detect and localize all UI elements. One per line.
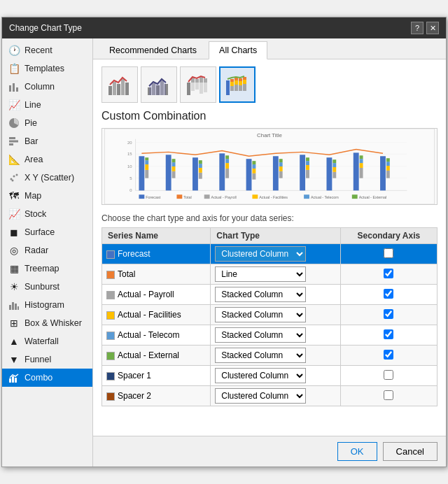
chart-type-select[interactable]: Clustered ColumnStacked ColumnLineAreaSc… bbox=[215, 246, 306, 262]
secondary-axis-cell[interactable] bbox=[340, 325, 437, 346]
sidebar-item-xy[interactable]: X Y (Scatter) bbox=[2, 169, 92, 187]
svg-rect-32 bbox=[195, 79, 199, 83]
chart-type-select[interactable]: Clustered ColumnStacked ColumnLineAreaSc… bbox=[215, 287, 306, 302]
svg-rect-90 bbox=[279, 166, 283, 171]
svg-rect-108 bbox=[380, 156, 386, 190]
table-row[interactable]: Spacer 1Clustered ColumnStacked ColumnLi… bbox=[102, 366, 438, 386]
sidebar-item-histogram[interactable]: Histogram bbox=[2, 296, 92, 314]
chart-type-cell[interactable]: Clustered ColumnStacked ColumnLineAreaSc… bbox=[211, 325, 340, 346]
svg-text:Actual - External: Actual - External bbox=[359, 195, 387, 199]
svg-rect-0 bbox=[9, 85, 11, 92]
svg-rect-80 bbox=[225, 163, 229, 169]
secondary-axis-cell[interactable] bbox=[340, 366, 437, 386]
chart-type-select[interactable]: Clustered ColumnStacked ColumnLineAreaSc… bbox=[215, 307, 306, 322]
combo-type-4-button[interactable] bbox=[219, 66, 255, 103]
chart-type-cell[interactable]: Clustered ColumnStacked ColumnLineAreaSc… bbox=[211, 366, 340, 386]
secondary-axis-checkbox[interactable] bbox=[384, 309, 393, 319]
bottom-bar: OK Cancel bbox=[93, 436, 446, 467]
chart-type-select[interactable]: Clustered ColumnStacked ColumnLineAreaSc… bbox=[215, 388, 306, 404]
radar-icon: ◎ bbox=[8, 244, 20, 257]
svg-rect-110 bbox=[386, 166, 390, 171]
sidebar-item-combo[interactable]: Combo bbox=[2, 369, 92, 387]
sidebar-item-sunburst[interactable]: ☀ Sunburst bbox=[2, 278, 92, 296]
svg-rect-79 bbox=[225, 169, 229, 178]
secondary-axis-checkbox[interactable] bbox=[384, 289, 393, 299]
sidebar-label-stock: Stock bbox=[24, 209, 46, 219]
series-name-cell: Actual - Telecom bbox=[102, 325, 211, 346]
chart-type-cell[interactable]: Clustered ColumnStacked ColumnLineAreaSc… bbox=[211, 305, 340, 325]
sidebar-item-stock[interactable]: 📈 Stock bbox=[2, 205, 92, 223]
svg-rect-4 bbox=[9, 137, 15, 139]
sidebar-item-recent[interactable]: 🕐 Recent bbox=[2, 41, 92, 59]
secondary-axis-cell[interactable] bbox=[340, 244, 437, 264]
svg-rect-119 bbox=[252, 194, 258, 199]
chart-type-cell[interactable]: Clustered ColumnStacked ColumnLineAreaSc… bbox=[211, 244, 340, 264]
sidebar-item-treemap[interactable]: ▦ Treemap bbox=[2, 259, 92, 278]
svg-rect-1 bbox=[13, 83, 15, 92]
svg-rect-82 bbox=[225, 155, 229, 159]
column-icon bbox=[8, 80, 20, 93]
table-row[interactable]: TotalClustered ColumnStacked ColumnLineA… bbox=[102, 264, 438, 285]
ok-button[interactable]: OK bbox=[337, 442, 377, 461]
svg-rect-31 bbox=[195, 83, 199, 90]
secondary-axis-cell[interactable] bbox=[340, 264, 437, 285]
sidebar-label-line: Line bbox=[24, 100, 41, 110]
secondary-axis-checkbox[interactable] bbox=[384, 370, 393, 380]
svg-rect-18 bbox=[108, 86, 112, 95]
sidebar-item-area[interactable]: 📐 Area bbox=[2, 150, 92, 169]
svg-text:10: 10 bbox=[127, 164, 132, 169]
chart-type-cell[interactable]: Clustered ColumnStacked ColumnLineAreaSc… bbox=[211, 346, 340, 366]
svg-rect-98 bbox=[326, 157, 332, 190]
secondary-axis-checkbox[interactable] bbox=[384, 248, 393, 258]
chart-type-cell[interactable]: Clustered ColumnStacked ColumnLineAreaSc… bbox=[211, 264, 340, 285]
sidebar-item-pie[interactable]: Pie bbox=[2, 114, 92, 132]
sidebar-item-column[interactable]: Column bbox=[2, 78, 92, 96]
table-row[interactable]: Spacer 2Clustered ColumnStacked ColumnLi… bbox=[102, 386, 438, 406]
tab-all-charts[interactable]: All Charts bbox=[209, 41, 267, 59]
secondary-axis-cell[interactable] bbox=[340, 386, 437, 406]
sidebar-item-line[interactable]: 📈 Line bbox=[2, 96, 92, 114]
secondary-axis-checkbox[interactable] bbox=[384, 390, 393, 400]
secondary-axis-checkbox[interactable] bbox=[384, 269, 393, 278]
sidebar-item-waterfall[interactable]: ▲ Waterfall bbox=[2, 332, 92, 350]
secondary-axis-checkbox[interactable] bbox=[384, 329, 393, 339]
secondary-axis-cell[interactable] bbox=[340, 346, 437, 366]
svg-point-8 bbox=[13, 176, 15, 178]
secondary-axis-cell[interactable] bbox=[340, 285, 437, 305]
svg-rect-111 bbox=[386, 162, 390, 166]
sidebar-item-radar[interactable]: ◎ Radar bbox=[2, 241, 92, 259]
sidebar-item-bar[interactable]: Bar bbox=[2, 132, 92, 150]
svg-rect-41 bbox=[234, 85, 238, 91]
sidebar-item-funnel[interactable]: ▼ Funnel bbox=[2, 350, 92, 369]
secondary-axis-cell[interactable] bbox=[340, 305, 437, 325]
table-row[interactable]: Actual - FacilitiesClustered ColumnStack… bbox=[102, 305, 438, 325]
combo-type-3-button[interactable] bbox=[180, 66, 216, 103]
cancel-button[interactable]: Cancel bbox=[383, 442, 438, 461]
svg-rect-77 bbox=[199, 160, 202, 164]
table-row[interactable]: Actual - PayrollClustered ColumnStacked … bbox=[102, 285, 438, 305]
chart-type-icons bbox=[102, 66, 438, 103]
table-row[interactable]: Actual - TelecomClustered ColumnStacked … bbox=[102, 325, 438, 346]
tab-recommended[interactable]: Recommended Charts bbox=[99, 41, 207, 59]
chart-type-cell[interactable]: Clustered ColumnStacked ColumnLineAreaSc… bbox=[211, 285, 340, 305]
help-button[interactable]: ? bbox=[411, 22, 424, 34]
chart-type-select[interactable]: Clustered ColumnStacked ColumnLineAreaSc… bbox=[215, 368, 306, 383]
chart-type-select[interactable]: Clustered ColumnStacked ColumnLineAreaSc… bbox=[215, 348, 306, 363]
chart-type-select[interactable]: Clustered ColumnStacked ColumnLineAreaSc… bbox=[215, 327, 306, 343]
table-row[interactable]: Actual - ExternalClustered ColumnStacked… bbox=[102, 346, 438, 366]
box-icon: ⊞ bbox=[8, 317, 20, 329]
close-button[interactable]: ✕ bbox=[426, 22, 439, 34]
combo-type-1-button[interactable] bbox=[102, 66, 138, 103]
table-row[interactable]: ForecastClustered ColumnStacked ColumnLi… bbox=[102, 244, 438, 264]
secondary-axis-checkbox[interactable] bbox=[384, 350, 393, 360]
sidebar-label-column: Column bbox=[24, 82, 55, 92]
combo-type-2-button[interactable] bbox=[141, 66, 177, 103]
sidebar-item-templates[interactable]: 📋 Templates bbox=[2, 59, 92, 78]
svg-rect-101 bbox=[332, 163, 336, 167]
chart-type-cell[interactable]: Clustered ColumnStacked ColumnLineAreaSc… bbox=[211, 386, 340, 406]
sidebar-item-map[interactable]: 🗺 Map bbox=[2, 187, 92, 205]
chart-type-select[interactable]: Clustered ColumnStacked ColumnLineAreaSc… bbox=[215, 266, 306, 282]
sidebar-item-surface[interactable]: ◼ Surface bbox=[2, 223, 92, 241]
sidebar-item-box[interactable]: ⊞ Box & Whisker bbox=[2, 314, 92, 332]
svg-rect-84 bbox=[252, 173, 255, 180]
